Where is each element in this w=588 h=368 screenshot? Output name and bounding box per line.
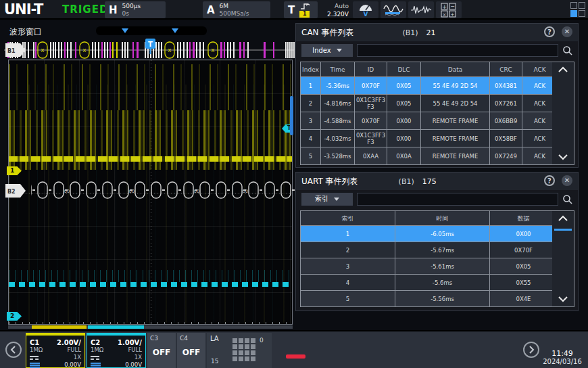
next-button[interactable] <box>523 342 539 358</box>
sine-wave-icon <box>383 3 403 17</box>
search-icon[interactable] <box>562 194 572 204</box>
scroll-down-icon[interactable] <box>558 296 568 302</box>
channel4-block[interactable]: C4 OFF <box>177 333 205 368</box>
can-event-table: Index Time ID DLC Data CRC ACK 1-5.36ms0… <box>300 62 557 165</box>
col-header: Time <box>321 62 355 77</box>
nav-marker-icon[interactable] <box>122 28 128 33</box>
nav-marker-icon[interactable] <box>172 28 178 33</box>
trigger-settings-button[interactable]: T 1 <box>284 1 318 18</box>
ch1-impedance: 1MΩ <box>30 346 43 354</box>
label-icon <box>30 363 40 368</box>
col-header: Data <box>421 62 490 77</box>
wave-scrollbar-thumb[interactable] <box>290 96 293 135</box>
trigger-position-label: T <box>148 41 153 48</box>
sample-rate: 500MSa/s <box>220 10 249 18</box>
chevron-down-icon <box>334 198 339 201</box>
can-table-row[interactable]: 4-4.032ms0X1C3FF3F30X00REMOTE FRAME0X58B… <box>301 130 557 147</box>
scroll-up-icon[interactable] <box>558 66 568 73</box>
col-header: CRC <box>490 62 522 77</box>
uart-scrollbar-thumb[interactable] <box>554 229 572 231</box>
ch2-activity-segment <box>88 325 144 329</box>
uart-scroll-track[interactable] <box>552 210 574 307</box>
col-header: DLC <box>387 62 421 77</box>
can-filter-dropdown[interactable]: Index <box>301 44 353 57</box>
trigger-status: TRIGED <box>62 3 108 16</box>
ch1-waveform-upper <box>9 64 292 110</box>
help-icon[interactable]: ? <box>544 175 555 186</box>
burst-wave-button[interactable] <box>408 1 434 18</box>
waveform-nav-bar[interactable] <box>96 26 207 35</box>
scroll-up-icon[interactable] <box>558 215 568 222</box>
ch2-waveform-trace <box>9 282 292 287</box>
math-button[interactable]: + − × + <box>436 1 462 18</box>
brand-logo: UNI-T <box>4 1 43 18</box>
uart-byte-label: 00 <box>243 189 248 194</box>
uart-table-row[interactable]: 5-5.56ms0X4E <box>301 291 557 307</box>
col-header: 数据 <box>490 211 558 226</box>
acquire-settings-button[interactable]: A 6M 500MSa/s <box>203 1 270 18</box>
layout-cell-active <box>570 10 577 17</box>
close-icon[interactable]: ✕ <box>562 26 572 37</box>
horizontal-label: H <box>109 4 118 16</box>
ch2-scale: 1.00V/ <box>118 339 142 346</box>
chevron-right-icon <box>527 345 535 354</box>
scroll-down-icon[interactable] <box>558 154 568 160</box>
bus2-marker-label: B2 <box>7 189 16 195</box>
memory-depth: 6M <box>220 3 249 10</box>
timebase-value: 500μs <box>122 3 141 10</box>
logic-analyzer-block[interactable]: LA 0 15 <box>207 333 272 368</box>
prev-button[interactable] <box>5 342 22 358</box>
can-table-row[interactable]: 2-4.816ms0X1C3FF3F30X0555 4E 49 2D 540X7… <box>301 95 557 112</box>
acquire-label: A <box>207 4 215 16</box>
decode-flag-x: x <box>211 47 215 53</box>
can-table-row[interactable]: 1-5.36ms0X70F0X0555 4E 49 2D 540X4381ACK <box>301 77 557 95</box>
can-event-list-panel: CAN 事件列表 (B1) 21 ? ✕ Index Index Time ID… <box>295 23 579 168</box>
channel3-block[interactable]: C3 OFF <box>147 333 176 368</box>
channel1-block[interactable]: C12.00V/ 1MΩFULL 1X 0.00V <box>26 333 85 368</box>
uart-event-table: 索引 时间 数据 1-6.05ms0X00 2-5.67ms0X70F 3-5.… <box>300 210 557 307</box>
can-event-count: 21 <box>426 28 436 37</box>
uart-filter-dropdown[interactable]: 索引 <box>301 193 353 206</box>
burst-wave-icon <box>410 4 432 16</box>
ch1-activity-segment <box>32 325 87 329</box>
la-channel-grid-icon <box>232 338 255 361</box>
clock-date: 2024/03/16 <box>538 358 587 365</box>
waveform-mode-button[interactable] <box>381 1 406 18</box>
uart-byte-label: 00 <box>64 189 70 194</box>
uart-table-row[interactable]: 1-6.05ms0X00 <box>301 226 557 242</box>
col-header: 索引 <box>301 211 395 226</box>
ch4-name: C4 <box>180 335 203 342</box>
window-layout-button[interactable] <box>570 2 587 18</box>
help-icon[interactable]: ? <box>544 26 555 37</box>
decode-flag-x: x <box>41 47 45 53</box>
can-table-row[interactable]: 5-3.528ms0XAA0X0AREMOTE FRAME0X7249ACK <box>301 147 557 165</box>
can-table-row[interactable]: 3-4.588ms0X70F0X00REMOTE FRAME0X6BB9ACK <box>301 112 557 130</box>
can-scroll-track[interactable] <box>552 62 574 165</box>
close-icon[interactable]: ✕ <box>562 175 572 186</box>
waveform-window-title: 波形窗口 <box>9 26 42 38</box>
trigger-mode: Auto <box>318 2 349 10</box>
uart-table-row[interactable]: 4-5.6ms0X55 <box>301 275 557 291</box>
la-first-channel: 0 <box>260 337 264 344</box>
multimeter-button[interactable]: V <box>353 1 378 18</box>
can-filter-label: Index <box>312 47 331 54</box>
channel2-block[interactable]: C21.00V/ 1MΩFULL 1X 0.00V <box>87 333 146 368</box>
ch2-name: C2 <box>91 339 100 346</box>
can-search-input[interactable] <box>357 44 558 57</box>
uart-table-row[interactable]: 3-5.61ms0X05 <box>301 258 557 275</box>
can-table-header: Index Time ID DLC Data CRC ACK <box>301 62 557 77</box>
uart-search-input[interactable] <box>357 193 558 206</box>
can-panel-titlebar: CAN 事件列表 (B1) 21 ? ✕ <box>296 24 578 41</box>
horizontal-settings-button[interactable]: H 500μs 0s <box>105 1 166 18</box>
ch2-offset: 0.00V <box>125 361 142 368</box>
search-icon[interactable] <box>562 45 572 55</box>
horizontal-offset: 0s <box>122 10 141 18</box>
svg-text:+: + <box>451 12 455 17</box>
waveform-window[interactable]: 波形窗口 <box>4 22 295 331</box>
dc-coupling-icon <box>91 356 99 360</box>
uart-table-row[interactable]: 2-5.67ms0X70F <box>301 242 557 258</box>
ch2-bandwidth: FULL <box>128 346 142 354</box>
channel-status-bar: C12.00V/ 1MΩFULL 1X 0.00V C21.00V/ 1MΩFU… <box>0 330 588 368</box>
uart-bus-id: (B1) <box>399 177 414 186</box>
trigger-source-badge: 1 <box>299 11 310 18</box>
